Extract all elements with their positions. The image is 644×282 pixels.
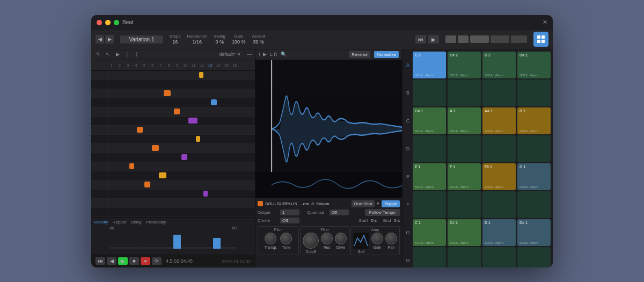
pad[interactable]: D 2SOUL..4bpm xyxy=(482,52,516,78)
choke-value[interactable]: Off xyxy=(280,218,299,223)
tl-back-btn[interactable]: ⏮ xyxy=(96,257,105,265)
tune-knob[interactable] xyxy=(280,233,292,244)
pr-row[interactable] xyxy=(91,98,255,107)
drive-knob[interactable] xyxy=(335,233,347,244)
tl-play-btn[interactable]: ▶ xyxy=(118,257,128,265)
pr-row[interactable] xyxy=(91,208,255,217)
pad[interactable] xyxy=(482,135,516,162)
note-block[interactable] xyxy=(129,163,134,169)
pr-row[interactable] xyxy=(91,171,255,180)
pr-row[interactable] xyxy=(91,126,255,135)
transport-play-btn[interactable]: ▶ xyxy=(428,35,439,44)
pad[interactable]: D# 2SOUL..4bpm xyxy=(517,52,551,78)
pad[interactable]: A 1SOUL..4bpm xyxy=(448,107,481,134)
grid-view-btn[interactable] xyxy=(533,32,548,47)
waveform-prev-btn[interactable]: ⟨ xyxy=(259,52,261,57)
pr-play-btn[interactable]: ▶ xyxy=(114,50,121,58)
pr-fwd-btn[interactable]: ⟩ xyxy=(133,50,141,58)
pad[interactable] xyxy=(517,79,551,106)
pr-row[interactable] xyxy=(91,135,255,144)
maximize-button[interactable] xyxy=(114,20,119,25)
pr-mode-btn[interactable]: ✎ xyxy=(94,50,102,58)
gain-knob[interactable] xyxy=(371,233,383,244)
quantize-value[interactable]: Off xyxy=(330,209,349,215)
next-button[interactable]: ▶ xyxy=(105,35,114,44)
pr-row[interactable] xyxy=(91,144,255,153)
note-block[interactable] xyxy=(137,127,143,133)
pr-row[interactable] xyxy=(91,107,255,117)
pr-row[interactable] xyxy=(91,80,255,89)
probability-btn[interactable]: Probability xyxy=(146,220,166,225)
note-block[interactable] xyxy=(199,72,203,78)
tl-loop-btn[interactable]: ⟳ xyxy=(152,257,162,265)
pr-row[interactable] xyxy=(91,190,255,199)
pad[interactable]: D 1SOUL..4bpm xyxy=(482,219,516,246)
pad[interactable] xyxy=(413,247,446,267)
follow-tempo-btn[interactable]: Follow Tempo xyxy=(365,209,400,216)
note-block[interactable] xyxy=(181,154,187,160)
note-block[interactable] xyxy=(196,136,200,142)
pad[interactable]: G# 1SOUL..4bpm xyxy=(413,107,446,134)
delay-btn[interactable]: Delay xyxy=(130,220,141,225)
pad[interactable] xyxy=(482,247,516,267)
transport-prev-btn[interactable]: ⏮ xyxy=(415,35,426,44)
note-block[interactable] xyxy=(152,145,159,151)
note-block[interactable] xyxy=(203,191,208,197)
pad[interactable] xyxy=(448,191,481,218)
pr-row[interactable] xyxy=(91,89,255,98)
one-shot-btn[interactable]: One Shot xyxy=(352,200,375,207)
pad[interactable]: C# 2SOUL..4bpm xyxy=(448,52,481,78)
close-icon[interactable]: ✕ xyxy=(543,19,547,26)
pad[interactable]: C 1SOUL..4bpm xyxy=(413,219,446,246)
note-block[interactable] xyxy=(188,118,197,124)
repeat-btn[interactable]: Repeat xyxy=(113,220,127,225)
transp-knob[interactable] xyxy=(265,233,276,244)
pad[interactable] xyxy=(413,135,446,162)
waveform-play-btn[interactable]: ▶ xyxy=(263,52,267,57)
prev-button[interactable]: ◀ xyxy=(96,35,104,44)
pr-select-btn[interactable]: ↖ xyxy=(104,50,112,58)
note-block[interactable] xyxy=(174,109,180,114)
pad[interactable]: F 1SOUL..4bpm xyxy=(448,163,481,190)
pad[interactable]: A# 1SOUL..4bpm xyxy=(482,107,516,134)
pad[interactable]: B 1SOUL..4bpm xyxy=(517,107,551,134)
pad[interactable] xyxy=(482,79,516,106)
pad[interactable] xyxy=(517,247,551,267)
pad[interactable]: D# 1SOUL..4bpm xyxy=(517,219,551,246)
reverse-btn[interactable]: Reverse xyxy=(349,51,370,58)
note-block[interactable] xyxy=(159,172,166,178)
tl-record-btn[interactable]: ● xyxy=(141,257,150,265)
pr-row[interactable] xyxy=(91,117,255,126)
toggle-btn[interactable]: Toggle xyxy=(382,200,400,207)
waveform-search-btn[interactable]: 🔍 xyxy=(281,52,287,57)
pad[interactable] xyxy=(413,79,446,106)
swing-value[interactable]: 0 % xyxy=(215,39,224,45)
pad[interactable] xyxy=(517,191,551,218)
gate-value[interactable]: 100 % xyxy=(232,39,246,45)
pr-row[interactable] xyxy=(91,162,255,171)
pr-row[interactable] xyxy=(91,71,255,80)
velocity-btn[interactable]: Velocity xyxy=(93,220,108,225)
pr-row[interactable] xyxy=(91,153,255,162)
pad[interactable]: C 2SOUL..4bpm xyxy=(413,52,446,78)
pr-row[interactable] xyxy=(91,199,255,208)
pad[interactable]: E 1SOUL..4bpm xyxy=(413,163,446,190)
note-block[interactable] xyxy=(144,182,150,187)
tl-prev-btn[interactable]: ◀ xyxy=(107,257,116,265)
pad[interactable] xyxy=(517,135,551,162)
normalize-btn[interactable]: Normalize xyxy=(374,51,399,58)
pr-row[interactable] xyxy=(91,180,255,190)
steps-value[interactable]: 16 xyxy=(172,39,178,45)
accent-value[interactable]: 30 % xyxy=(253,39,265,45)
pad[interactable] xyxy=(448,247,481,267)
pad[interactable]: F# 1SOUL..4bpm xyxy=(482,163,516,190)
pad[interactable]: C# 1SOUL..4bpm xyxy=(448,219,481,246)
note-block[interactable] xyxy=(211,99,217,105)
pad[interactable] xyxy=(413,191,446,218)
pad[interactable] xyxy=(482,191,516,218)
output-value[interactable]: 1 xyxy=(280,209,299,215)
tl-stop-btn[interactable]: ■ xyxy=(129,257,139,265)
close-button[interactable] xyxy=(97,20,102,25)
note-block[interactable] xyxy=(164,90,171,96)
resolution-value[interactable]: 1/16 xyxy=(193,39,202,45)
